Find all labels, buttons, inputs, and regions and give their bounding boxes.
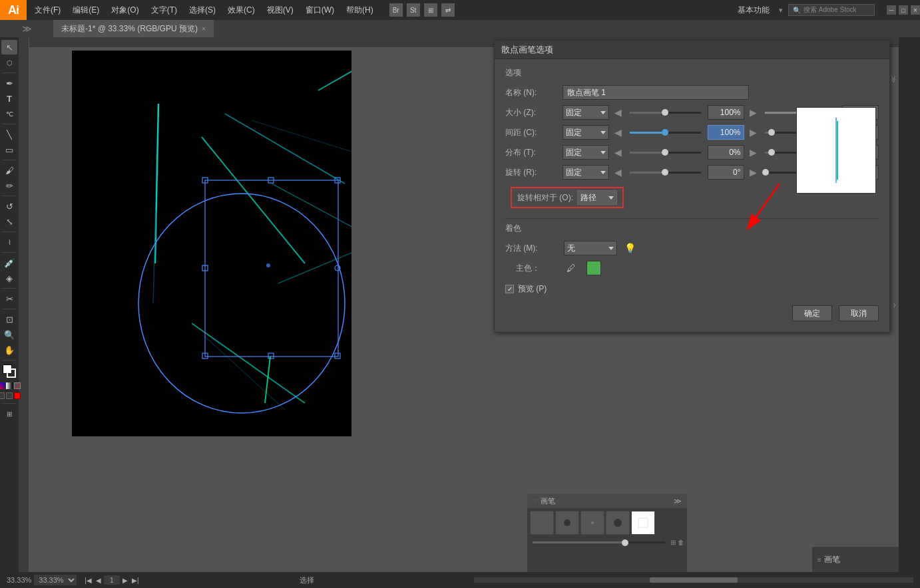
tool-zoom[interactable]: 🔍 (1, 327, 17, 342)
type-icon: T (7, 94, 12, 104)
tool-line[interactable]: ╲ (1, 127, 17, 142)
close-btn[interactable]: × (911, 5, 920, 15)
tool-select[interactable]: ↖ (1, 40, 17, 55)
grid-btn[interactable]: ⊞ (424, 3, 437, 17)
workspace-selector[interactable]: 基本功能 (734, 5, 774, 16)
tool-touch-type[interactable]: ℃ (1, 106, 17, 121)
dist-slider-track[interactable] (630, 152, 701, 154)
rot-value-input[interactable] (708, 165, 744, 180)
distribution-type-select[interactable]: 固定 (563, 145, 609, 160)
tool-hand[interactable]: ✋ (1, 343, 17, 357)
zoom-select[interactable]: 33.33% 50% 100% (34, 575, 77, 585)
v-ruler (19, 37, 29, 572)
search-bar[interactable]: 🔍 搜索 Adobe Stock (788, 4, 875, 16)
stock-btn[interactable]: St (407, 3, 420, 17)
nav-first[interactable]: |◀ (83, 577, 93, 584)
size-type-select[interactable]: 固定 (563, 105, 609, 120)
doc-tab[interactable]: 未标题-1* @ 33.33% (RGB/GPU 预览) × (53, 20, 214, 37)
dialog-titlebar: 散点画笔选项 (495, 41, 889, 59)
size-slider-track[interactable] (630, 112, 701, 114)
rot-slider-track[interactable] (630, 172, 701, 174)
h-scrollbar[interactable] (474, 577, 913, 583)
tool-rotate[interactable]: ↺ (1, 199, 17, 214)
ai-logo: Ai (0, 0, 27, 20)
statusbar: 33.33% 33.33% 50% 100% |◀ ◀ ▶ ▶| 选择 (0, 572, 920, 588)
name-input[interactable] (563, 85, 749, 100)
brush-item-3[interactable] (580, 511, 604, 535)
bridge-btn[interactable]: Br (389, 3, 403, 17)
size-value-input[interactable] (708, 105, 744, 120)
blend-icon: ◈ (6, 273, 13, 283)
menu-text[interactable]: 文字(T) (146, 0, 182, 20)
menu-help[interactable]: 帮助(H) (341, 0, 379, 20)
tool-warp[interactable]: ⌇ (1, 235, 17, 249)
spacing-slider-track[interactable] (630, 132, 701, 134)
tab-label: 未标题-1* @ 33.33% (RGB/GPU 预览) (61, 23, 198, 35)
brush-item-4[interactable] (606, 511, 630, 535)
pen-icon: ✒ (6, 78, 13, 88)
page-input[interactable] (104, 575, 120, 585)
color-swatch[interactable] (586, 261, 601, 275)
view-icon1[interactable] (0, 392, 5, 399)
nav-next[interactable]: ▶ (121, 577, 129, 584)
tool-paintbrush[interactable]: 🖌 (1, 163, 17, 178)
tool-scale[interactable]: ⤡ (1, 214, 17, 229)
method-select[interactable]: 无 色调 色调和阴影 全色 (564, 241, 617, 255)
panel-menu-btn[interactable]: ≫ (674, 497, 682, 506)
arrange-btn[interactable]: ⇄ (441, 3, 455, 17)
panel-controls: ≫ (674, 497, 682, 506)
view-icon3[interactable] (14, 392, 21, 399)
menu-select[interactable]: 选择(S) (184, 0, 221, 20)
menu-view[interactable]: 视图(V) (262, 0, 299, 20)
restore-btn[interactable]: □ (899, 5, 908, 15)
rotation-type-select[interactable]: 固定 (563, 165, 609, 180)
tool-type[interactable]: T (1, 91, 17, 106)
tool-eyedropper[interactable]: 💉 (1, 255, 17, 270)
spacing-value-input[interactable] (708, 125, 744, 140)
right-expand-arrow[interactable]: › (893, 299, 896, 310)
stroke-box[interactable] (7, 368, 16, 378)
brush-item-1[interactable] (530, 511, 554, 535)
tool-artboard[interactable]: ⊡ (1, 312, 17, 327)
gradient-icon[interactable] (6, 382, 13, 389)
tool-rect[interactable]: ▭ (1, 142, 17, 157)
spacing-type-select[interactable]: 固定 (563, 125, 609, 140)
tool-artboard2[interactable]: ⊞ (1, 406, 17, 421)
brush-size-slider[interactable] (533, 541, 665, 543)
menu-edit[interactable]: 编辑(E) (67, 0, 105, 20)
tool-pen[interactable]: ✒ (1, 76, 17, 90)
zoom-value: 33.33% (7, 576, 31, 584)
dist-value-input[interactable] (708, 145, 744, 160)
color-icon[interactable] (0, 382, 5, 389)
eyedropper-color-icon[interactable]: 🖊 (564, 261, 578, 275)
preview-svg (797, 108, 875, 193)
menu-window[interactable]: 窗口(W) (300, 0, 340, 20)
tabbar: 未标题-1* @ 33.33% (RGB/GPU 预览) × ≫ (0, 20, 920, 37)
tool-blend[interactable]: ◈ (1, 271, 17, 285)
separator2 (3, 124, 16, 124)
size-slider-container (627, 112, 704, 114)
menu-effect[interactable]: 效果(C) (222, 0, 260, 20)
view-icon2[interactable] (6, 392, 13, 399)
nav-prev[interactable]: ◀ (95, 577, 103, 584)
tab-close[interactable]: × (202, 25, 206, 33)
nav-last[interactable]: ▶| (130, 577, 140, 584)
cancel-button[interactable]: 取消 (839, 305, 879, 321)
brush-item-5[interactable] (631, 511, 655, 535)
minimize-btn[interactable]: ─ (887, 5, 896, 15)
menu-items: 文件(F) 编辑(E) 对象(O) 文字(T) 选择(S) 效果(C) 视图(V… (29, 0, 379, 20)
preview-checkbox[interactable]: ✓ (505, 285, 514, 293)
lightbulb-icon[interactable]: 💡 (622, 241, 637, 255)
confirm-button[interactable]: 确定 (792, 305, 832, 321)
rot-slider-container (627, 172, 704, 174)
tool-pencil[interactable]: ✏ (1, 178, 17, 193)
rotate-relative-select[interactable]: 路径 页面 (577, 190, 617, 205)
menu-file[interactable]: 文件(F) (29, 0, 66, 20)
tool-scissors[interactable]: ✂ (1, 291, 17, 306)
panel-collapse-arrow[interactable]: ≫ (889, 74, 899, 84)
tool-direct-select[interactable]: ⬡ (1, 55, 17, 70)
brush-item-2[interactable] (555, 511, 579, 535)
hand-icon: ✋ (4, 345, 15, 355)
menu-object[interactable]: 对象(O) (106, 0, 144, 20)
none-icon[interactable] (14, 382, 21, 389)
